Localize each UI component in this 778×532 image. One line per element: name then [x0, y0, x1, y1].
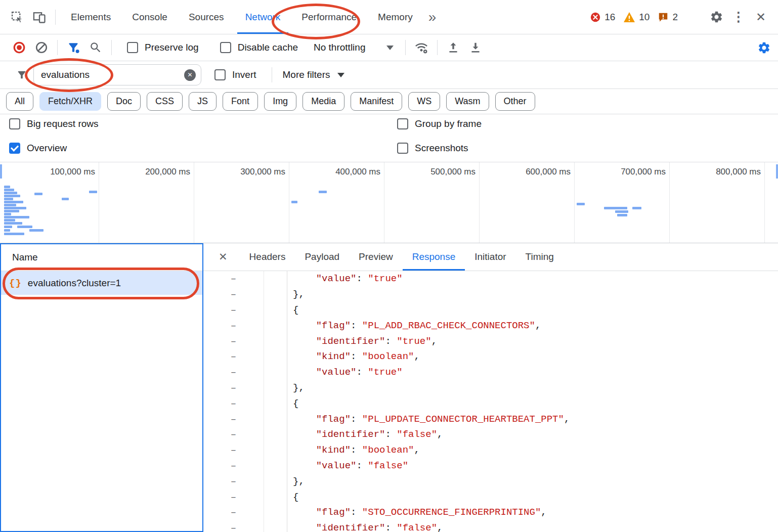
- warning-badge[interactable]: 10: [623, 12, 650, 23]
- import-har-button[interactable]: [442, 36, 464, 59]
- fold-marker[interactable]: –: [203, 489, 264, 505]
- clear-filter-button[interactable]: ✕: [184, 69, 196, 81]
- detail-tab-response[interactable]: Response: [403, 243, 465, 271]
- export-har-button[interactable]: [464, 36, 487, 59]
- option-big-request-rows[interactable]: Big request rows: [9, 118, 99, 129]
- chip-other[interactable]: Other: [495, 92, 535, 111]
- disable-cache-checkbox[interactable]: [220, 42, 231, 53]
- option-overview[interactable]: Overview: [9, 143, 67, 154]
- error-badge[interactable]: 16: [590, 12, 615, 23]
- more-filters-button[interactable]: More filters: [283, 69, 344, 80]
- network-conditions-button[interactable]: [410, 36, 433, 59]
- device-toolbar-button[interactable]: [28, 6, 51, 28]
- overview-request-bar: [4, 201, 23, 203]
- tab-network[interactable]: Network: [235, 0, 291, 34]
- fold-marker[interactable]: –: [203, 411, 264, 427]
- chip-img[interactable]: Img: [264, 92, 296, 111]
- tab-sources[interactable]: Sources: [178, 0, 235, 34]
- tab-elements[interactable]: Elements: [60, 0, 121, 34]
- fold-marker[interactable]: –: [203, 365, 264, 380]
- overview-checkbox[interactable]: [9, 143, 20, 154]
- throttling-select[interactable]: No throttling: [314, 42, 394, 53]
- response-line: – "value": "false": [203, 458, 778, 474]
- close-devtools-button[interactable]: ✕: [750, 6, 772, 28]
- big-request-rows-checkbox[interactable]: [9, 118, 20, 129]
- group-by-frame-checkbox[interactable]: [397, 118, 408, 129]
- inspect-element-button[interactable]: [6, 6, 28, 28]
- detail-tab-preview[interactable]: Preview: [349, 243, 403, 271]
- divider: [55, 10, 56, 25]
- fold-marker[interactable]: –: [203, 380, 264, 396]
- fold-marker[interactable]: –: [203, 271, 264, 287]
- preserve-log-option[interactable]: Preserve log: [127, 42, 199, 53]
- name-column-header[interactable]: Name: [1, 244, 202, 271]
- chip-fetch-xhr[interactable]: Fetch/XHR: [39, 92, 101, 111]
- chip-font[interactable]: Font: [223, 92, 258, 111]
- screenshots-checkbox[interactable]: [397, 143, 408, 154]
- option-screenshots[interactable]: Screenshots: [397, 143, 468, 154]
- detail-tab-headers[interactable]: Headers: [240, 243, 295, 271]
- detail-tab-timing[interactable]: Timing: [516, 243, 564, 271]
- chip-wasm[interactable]: Wasm: [446, 92, 489, 111]
- response-line: – "identifier": "false",: [203, 520, 778, 532]
- more-menu-button[interactable]: ⋮: [727, 6, 750, 28]
- fold-marker[interactable]: –: [203, 458, 264, 474]
- issues-badge[interactable]: 2: [658, 12, 678, 23]
- search-button[interactable]: [84, 36, 107, 59]
- fold-marker[interactable]: –: [203, 287, 264, 302]
- fold-marker[interactable]: –: [203, 505, 264, 520]
- chip-all[interactable]: All: [6, 92, 33, 111]
- close-details-button[interactable]: ✕: [219, 251, 228, 263]
- clear-network-log-button[interactable]: [30, 36, 53, 59]
- fold-marker[interactable]: –: [203, 520, 264, 532]
- request-row[interactable]: {}evaluations?cluster=1: [1, 271, 202, 295]
- fold-marker[interactable]: –: [203, 473, 264, 489]
- fold-marker[interactable]: –: [203, 442, 264, 458]
- disable-cache-label: Disable cache: [238, 42, 298, 53]
- record-network-log-button[interactable]: [8, 36, 30, 59]
- fold-marker[interactable]: –: [203, 302, 264, 318]
- detail-tab-initiator[interactable]: Initiator: [465, 243, 515, 271]
- overview-request-bar: [632, 207, 641, 209]
- preserve-log-checkbox[interactable]: [127, 42, 138, 53]
- fold-marker[interactable]: –: [203, 318, 264, 333]
- settings-button[interactable]: [705, 6, 727, 28]
- chip-media[interactable]: Media: [302, 92, 344, 111]
- filter-toggle-button[interactable]: [62, 36, 84, 59]
- fold-marker[interactable]: –: [203, 395, 264, 411]
- filter-text-input[interactable]: evaluations ✕: [33, 64, 201, 85]
- overview-timeline[interactable]: 100,000 ms200,000 ms300,000 ms400,000 ms…: [0, 162, 778, 243]
- invert-option[interactable]: Invert: [214, 69, 256, 80]
- tab-performance[interactable]: Performance: [291, 0, 367, 34]
- disable-cache-option[interactable]: Disable cache: [220, 42, 298, 53]
- chip-css[interactable]: CSS: [147, 92, 183, 111]
- response-line: – "identifier": "true",: [203, 333, 778, 349]
- network-settings-button[interactable]: [753, 36, 775, 59]
- response-line: – "identifier": "false",: [203, 427, 778, 442]
- response-line-text: "kind": "boolean",: [264, 351, 420, 362]
- timeline-tick-label: 300,000 ms: [199, 167, 285, 177]
- divider: [111, 40, 112, 55]
- chip-manifest[interactable]: Manifest: [351, 92, 402, 111]
- detail-tab-payload[interactable]: Payload: [295, 243, 349, 271]
- overview-window-handle-right[interactable]: [776, 164, 778, 179]
- chip-ws[interactable]: WS: [408, 92, 440, 111]
- filter-funnel-icon: [67, 41, 80, 54]
- fold-marker[interactable]: –: [203, 333, 264, 349]
- chip-doc[interactable]: Doc: [107, 92, 141, 111]
- response-line: – {: [203, 302, 778, 318]
- more-tabs-button[interactable]: »: [423, 10, 442, 24]
- tab-console[interactable]: Console: [121, 0, 178, 34]
- timeline-tick-label: 600,000 ms: [485, 167, 571, 177]
- fold-marker[interactable]: –: [203, 427, 264, 442]
- overview-request-bar: [4, 219, 15, 221]
- tab-memory[interactable]: Memory: [367, 0, 423, 34]
- overview-window-handle-left[interactable]: [0, 164, 2, 179]
- option-group-by-frame[interactable]: Group by frame: [397, 118, 482, 129]
- main-tab-strip: ElementsConsoleSourcesNetworkPerformance…: [60, 0, 423, 34]
- invert-checkbox[interactable]: [214, 69, 226, 80]
- arrow-down-tray-icon: [469, 41, 482, 54]
- fold-marker[interactable]: –: [203, 349, 264, 365]
- chip-js[interactable]: JS: [189, 92, 217, 111]
- timeline-gridline: [764, 162, 765, 243]
